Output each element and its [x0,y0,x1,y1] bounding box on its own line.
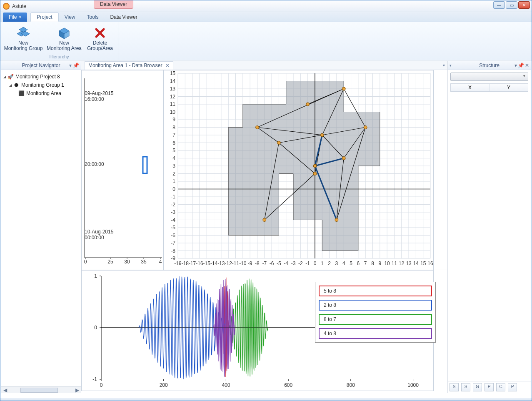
svg-text:00:00:00: 00:00:00 [85,235,104,241]
svg-point-177 [313,172,317,175]
legend-item: 5 to 8 [319,286,432,296]
tab-tools[interactable]: Tools [81,13,105,22]
new-monitoring-group-button[interactable]: New Monitoring Group [4,25,43,54]
svg-text:-1: -1 [92,376,97,382]
pin-icon[interactable]: 📌 [518,63,524,68]
document-area: Monitoring Area 1 - Data Browser ✕ ▾ 09-… [81,61,447,393]
close-button[interactable]: ✕ [518,1,530,9]
maximize-button[interactable]: ▭ [506,1,517,9]
window-controls: — ▭ ✕ [493,1,530,9]
mini-tab[interactable]: G [473,383,482,391]
panel-menu-icon[interactable]: ▾ [69,63,72,68]
ribbon-group-hierarchy: New Monitoring Group New Monitoring Area… [0,22,118,60]
close-panel-icon[interactable]: ✕ [525,63,529,68]
mini-tab[interactable]: P [508,383,517,391]
svg-text:0: 0 [84,259,87,265]
svg-text:15: 15 [170,70,176,76]
svg-text:8: 8 [371,261,374,266]
context-tab-data-viewer[interactable]: Data Viewer [94,0,133,9]
svg-text:-19: -19 [174,261,182,266]
svg-text:4: 4 [342,261,345,266]
caret-icon[interactable]: ◢ [2,75,7,79]
tree-item-group[interactable]: ◢ ⬢ Monitoring Group 1 [2,81,80,89]
svg-text:25: 25 [107,259,113,265]
svg-text:-2: -2 [171,202,175,208]
mini-tab[interactable]: S [461,383,470,391]
svg-text:400: 400 [222,382,230,388]
svg-text:12: 12 [399,261,405,266]
project-navigator-pane: Project Navigator ▾📌 ◢ 🚀 Monitoring Proj… [1,61,81,393]
svg-text:35: 35 [141,259,147,265]
svg-text:-12: -12 [225,261,232,266]
svg-text:13: 13 [170,86,176,92]
structure-pane: ▾ Structure ▾📌✕ X Y S S G P C P [447,61,531,393]
status-bar [0,398,532,401]
svg-text:15: 15 [420,261,426,266]
svg-text:11: 11 [392,261,397,266]
document-tab[interactable]: Monitoring Area 1 - Data Browser ✕ [85,61,173,70]
tab-view[interactable]: View [59,13,81,22]
svg-text:-1: -1 [171,194,175,200]
project-navigator-header: Project Navigator ▾📌 [1,61,81,70]
tree-item-area[interactable]: ⬛ Monitoring Area [2,89,80,98]
legend-item: 4 to 8 [319,328,432,339]
delete-group-area-button[interactable]: Delete Group/Area [85,25,115,54]
document-tab-menu-icon[interactable]: ▾ [443,63,445,68]
right-tab-strip: S S G P C P [448,381,531,393]
tree-item-project[interactable]: ◢ 🚀 Monitoring Project 8 [2,73,80,81]
panel-menu-icon[interactable]: ▾ [515,63,517,68]
document-tabs: Monitoring Area 1 - Data Browser ✕ ▾ [81,61,447,70]
scroll-left-icon[interactable]: ◀ [2,387,8,393]
svg-text:1: 1 [94,273,97,279]
scroll-right-icon[interactable]: ▶ [74,387,80,393]
svg-text:1: 1 [321,261,324,266]
structure-header: ▾ Structure ▾📌✕ [448,61,531,70]
project-tree[interactable]: ◢ 🚀 Monitoring Project 8 ◢ ⬢ Monitoring … [1,70,81,100]
svg-text:-4: -4 [284,261,288,266]
title-bar: Astute Data Viewer — ▭ ✕ [0,0,532,12]
close-tab-icon[interactable]: ✕ [165,63,170,68]
new-monitoring-area-button[interactable]: New Monitoring Area [45,25,84,54]
svg-point-179 [342,157,345,160]
svg-text:4: 4 [159,259,162,265]
svg-text:10: 10 [384,261,390,266]
column-y[interactable]: Y [490,84,528,91]
tab-project[interactable]: Project [30,13,58,22]
svg-text:800: 800 [347,382,355,388]
ribbon-tabs: File Project View Tools Data Viewer [0,12,532,22]
panel-menu-icon[interactable]: ▾ [450,63,452,68]
structure-selector[interactable] [450,73,528,81]
svg-text:30: 30 [124,259,130,265]
svg-text:600: 600 [284,382,292,388]
svg-text:-8: -8 [171,248,175,254]
timeline-chart[interactable]: 09-Aug-201516:00:0020:00:0010-Aug-201500… [81,70,164,270]
svg-text:12: 12 [170,94,176,100]
scroll-thumb[interactable] [20,388,58,393]
svg-text:20:00:00: 20:00:00 [85,161,104,167]
tree-label: Monitoring Group 1 [21,82,64,88]
window-title: Astute [12,3,26,9]
svg-text:-6: -6 [270,261,274,266]
svg-text:-1: -1 [305,261,310,266]
mini-tab[interactable]: C [496,383,505,391]
svg-text:-18: -18 [182,261,189,266]
svg-point-176 [313,164,317,168]
horizontal-scrollbar[interactable]: ◀ ▶ [1,386,81,393]
svg-text:-9: -9 [171,256,175,261]
legend-item: 2 to 8 [319,300,432,311]
tab-data-viewer[interactable]: Data Viewer [105,13,143,22]
rocket-icon: 🚀 [7,74,14,80]
mini-tab[interactable]: P [485,383,494,391]
caret-icon[interactable]: ◢ [8,83,13,87]
pin-icon[interactable]: 📌 [73,63,79,68]
column-x[interactable]: X [451,84,490,91]
svg-text:0: 0 [172,186,175,192]
minimize-button[interactable]: — [493,1,505,9]
file-menu[interactable]: File [3,13,27,22]
waveform-chart[interactable]: 02004006008001000-101 5 to 8 2 to 8 8 to… [81,270,447,393]
network-chart[interactable]: -19-18-17-16-15-14-13-12-11-10-9-8-7-6-5… [164,70,447,270]
svg-text:11: 11 [170,101,176,107]
svg-text:-11: -11 [232,261,240,266]
ribbon-body: New Monitoring Group New Monitoring Area… [0,22,532,60]
mini-tab[interactable]: S [450,383,459,391]
